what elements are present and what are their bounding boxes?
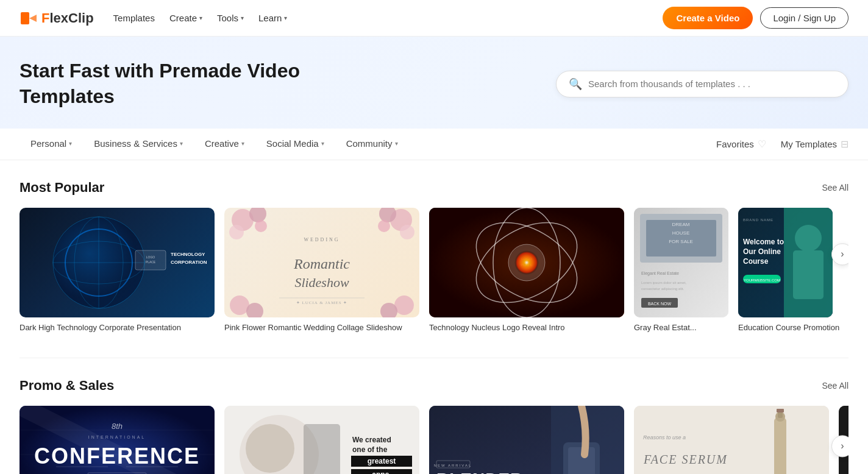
svg-text:FACE SERUM: FACE SERUM — [643, 453, 728, 466]
svg-text:Our Online: Our Online — [743, 247, 781, 256]
carousel-next-arrow-promo[interactable]: › — [831, 436, 848, 458]
cat-community[interactable]: Community ▾ — [335, 129, 409, 160]
chevron-down-icon: ▾ — [180, 140, 183, 147]
svg-text:BLENDER: BLENDER — [436, 470, 523, 474]
template-title: Gray Real Estat... — [634, 322, 728, 333]
svg-point-38 — [514, 250, 539, 275]
svg-text:Elegant Real Estate: Elegant Real Estate — [641, 271, 679, 276]
svg-rect-92 — [774, 418, 786, 474]
section-header: Most Popular See All — [20, 180, 848, 196]
svg-text:one of the: one of the — [352, 445, 388, 454]
cat-creative[interactable]: Creative ▾ — [194, 129, 255, 160]
category-nav-right: Favorites ♡ My Templates ⊟ — [716, 138, 848, 150]
chevron-down-icon: ▾ — [241, 15, 244, 21]
svg-text:INTERNATIONAL: INTERNATIONAL — [88, 435, 146, 439]
svg-point-15 — [229, 225, 244, 239]
main-content: Most Popular See All — [0, 160, 868, 474]
svg-point-52 — [795, 225, 822, 252]
svg-rect-53 — [793, 250, 824, 299]
template-card-apps[interactable]: We created one of the greatest apps. Thi… — [224, 406, 419, 474]
see-all-popular[interactable]: See All — [822, 183, 848, 193]
svg-text:We created: We created — [352, 436, 391, 444]
svg-point-74 — [246, 424, 294, 473]
template-title: Pink Flower Romantic Wedding Collage Sli… — [224, 322, 419, 333]
template-card-nucleus[interactable]: LOGO PLACE Technology Nucleus Logo Revea… — [429, 208, 624, 333]
chevron-down-icon: ▾ — [241, 140, 244, 147]
svg-text:HOUSE: HOUSE — [672, 230, 689, 236]
navbar-left: FlexClip Templates Create ▾ Tools ▾ Lear… — [20, 9, 287, 28]
popular-template-row: LOGO PLACE TECHNOLOGY CORPORATION Dark H… — [20, 208, 848, 333]
nav-learn[interactable]: Learn ▾ — [258, 13, 287, 23]
search-bar: 🔍 — [556, 71, 848, 97]
template-card-realestate[interactable]: DREAM HOUSE FOR SALE Elegant Real Estate… — [634, 208, 728, 333]
template-card-blender[interactable]: NEW ARRIVAL BLENDER New Arrival Blender — [429, 406, 624, 474]
chevron-down-icon: ▾ — [284, 15, 287, 21]
login-signup-button[interactable]: Login / Sign Up — [760, 7, 848, 29]
svg-text:CORPORATION: CORPORATION — [171, 260, 207, 265]
svg-point-20 — [378, 220, 390, 232]
layers-icon: ⊟ — [841, 138, 848, 150]
svg-text:Slideshow: Slideshow — [294, 275, 349, 290]
cat-business[interactable]: Business & Services ▾ — [83, 129, 194, 160]
svg-text:✦ LUCIA & JAMES ✦: ✦ LUCIA & JAMES ✦ — [296, 300, 348, 305]
cat-social-media[interactable]: Social Media ▾ — [255, 129, 335, 160]
svg-text:YOURWEBSITE.COM: YOURWEBSITE.COM — [744, 278, 780, 282]
svg-text:apps.: apps. — [372, 470, 391, 474]
template-card-dark-tech[interactable]: LOGO PLACE TECHNOLOGY CORPORATION Dark H… — [20, 208, 215, 333]
svg-text:LOGO: LOGO — [146, 255, 155, 259]
logo[interactable]: FlexClip — [20, 9, 94, 28]
hero-title: Start Fast with Premade Video Templates — [20, 58, 324, 109]
section-divider — [20, 358, 848, 358]
svg-text:BACK NOW: BACK NOW — [648, 302, 672, 306]
svg-rect-75 — [304, 424, 340, 474]
svg-text:WEDDING: WEDDING — [304, 237, 340, 242]
svg-text:greatest: greatest — [368, 457, 396, 465]
svg-text:Welcome to: Welcome to — [743, 238, 784, 246]
svg-text:PLACE: PLACE — [146, 260, 156, 264]
nav-create[interactable]: Create ▾ — [169, 13, 202, 23]
category-nav-left: Personal ▾ Business & Services ▾ Creativ… — [20, 129, 409, 160]
svg-text:Course: Course — [743, 257, 769, 266]
my-templates-button[interactable]: My Templates ⊟ — [781, 138, 848, 150]
promo-template-row: 8th INTERNATIONAL CONFERENCE ONLINE 8th … — [20, 406, 848, 474]
section-header-promo: Promo & Sales See All — [20, 378, 848, 394]
svg-rect-0 — [21, 12, 29, 24]
nav-links: Templates Create ▾ Tools ▾ Learn ▾ — [113, 13, 288, 23]
hero-section: Start Fast with Premade Video Templates … — [0, 37, 868, 129]
template-title: Technology Nucleus Logo Reveal Intro — [429, 322, 624, 333]
carousel-next-arrow[interactable]: › — [831, 244, 848, 266]
svg-text:BRAND NAME: BRAND NAME — [743, 218, 774, 222]
template-card-education[interactable]: BRAND NAME Welcome to Our Online Course … — [738, 208, 839, 333]
chevron-down-icon: ▾ — [321, 140, 324, 147]
template-card-wedding[interactable]: WEDDING Romantic Slideshow ✦ LUCIA & JAM… — [224, 208, 419, 333]
svg-text:8th: 8th — [112, 422, 123, 431]
see-all-promo[interactable]: See All — [822, 381, 848, 391]
svg-text:CONFERENCE: CONFERENCE — [34, 444, 200, 469]
favorites-button[interactable]: Favorites ♡ — [716, 138, 766, 150]
chevron-down-icon: ▾ — [69, 140, 72, 147]
svg-text:DREAM: DREAM — [672, 222, 690, 227]
chevron-down-icon: ▾ — [199, 15, 202, 21]
nav-templates[interactable]: Templates — [113, 13, 155, 23]
template-title: Education Course Promotion — [738, 322, 839, 333]
template-card-conference[interactable]: 8th INTERNATIONAL CONFERENCE ONLINE 8th … — [20, 406, 215, 474]
svg-rect-94 — [778, 412, 783, 418]
search-input[interactable] — [588, 79, 836, 89]
svg-text:NEW ARRIVAL: NEW ARRIVAL — [434, 464, 472, 467]
navbar-right: Create a Video Login / Sign Up — [663, 7, 848, 29]
svg-text:Reasons to use a: Reasons to use a — [643, 434, 686, 440]
svg-text:Lorem ipsum dolor sit amet,: Lorem ipsum dolor sit amet, — [641, 281, 686, 285]
svg-point-19 — [400, 225, 414, 239]
section-title-popular: Most Popular — [20, 180, 104, 196]
svg-point-16 — [255, 220, 267, 232]
navbar: FlexClip Templates Create ▾ Tools ▾ Lear… — [0, 0, 868, 37]
nav-tools[interactable]: Tools ▾ — [217, 13, 244, 23]
svg-text:FOR SALE: FOR SALE — [669, 239, 693, 244]
cat-personal[interactable]: Personal ▾ — [20, 129, 83, 160]
logo-text: FlexClip — [41, 10, 94, 26]
chevron-down-icon: ▾ — [395, 140, 398, 147]
heart-icon: ♡ — [758, 138, 766, 150]
template-card-serum[interactable]: Reasons to use a FACE SERUM Reasons to u… — [634, 406, 829, 474]
create-video-button[interactable]: Create a Video — [663, 7, 753, 29]
svg-text:TECHNOLOGY: TECHNOLOGY — [171, 252, 205, 257]
